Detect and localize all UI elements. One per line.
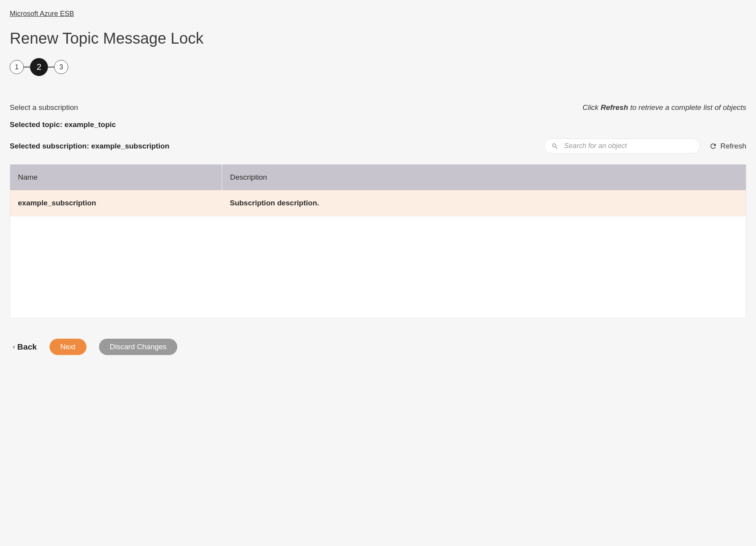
select-subscription-label: Select a subscription [10,103,78,112]
selected-topic-label: Selected topic: example_topic [10,120,746,129]
step-3[interactable]: 3 [54,60,68,74]
table-cell-name: example_subscription [10,190,222,216]
back-label: Back [17,342,37,352]
step-2[interactable]: 2 [30,58,48,76]
hint-bold: Refresh [601,103,628,111]
stepper: 1 2 3 [10,58,746,76]
subscription-table: Name Description example_subscription Su… [10,164,746,216]
search-icon [551,143,558,150]
step-1[interactable]: 1 [10,60,24,74]
search-input[interactable] [564,142,692,150]
hint-suffix: to retrieve a complete list of objects [628,103,746,111]
table-row[interactable]: example_subscription Subscription descri… [10,190,746,216]
hint-prefix: Click [583,103,601,111]
next-button[interactable]: Next [49,339,87,355]
page-title: Renew Topic Message Lock [10,30,746,47]
table-header-description[interactable]: Description [222,164,746,190]
refresh-hint: Click Refresh to retrieve a complete lis… [583,103,746,112]
chevron-left-icon: ‹ [13,343,15,350]
table-cell-description: Subscription description. [222,190,746,216]
table-header-name[interactable]: Name [10,164,222,190]
back-button[interactable]: ‹ Back [13,342,37,352]
discard-changes-button[interactable]: Discard Changes [99,339,178,355]
refresh-button[interactable]: Refresh [709,142,746,150]
breadcrumb-link[interactable]: Microsoft Azure ESB [10,10,74,18]
subscription-table-container: Name Description example_subscription Su… [10,164,746,318]
step-connector [48,67,54,67]
step-connector [24,67,30,67]
refresh-icon [709,142,717,150]
footer: ‹ Back Next Discard Changes [10,339,746,355]
refresh-label: Refresh [720,142,746,150]
search-box[interactable] [544,138,700,154]
selected-subscription-label: Selected subscription: example_subscript… [10,142,170,150]
